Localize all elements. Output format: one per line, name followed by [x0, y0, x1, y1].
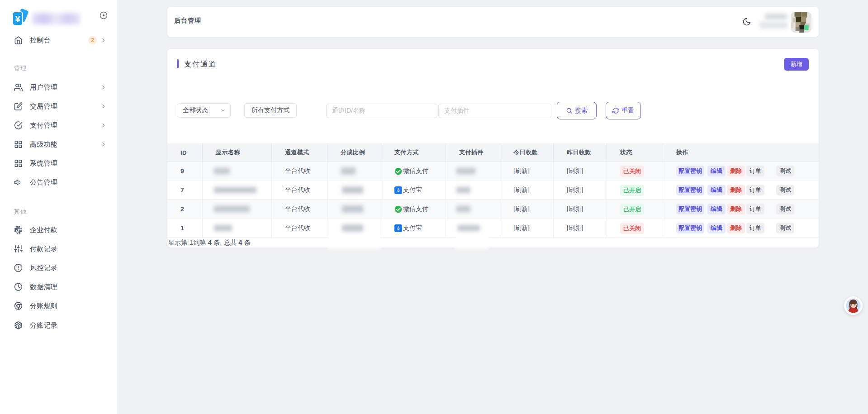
svg-text:支: 支 [396, 225, 401, 231]
svg-text:¥: ¥ [15, 14, 20, 24]
svg-text:支: 支 [396, 187, 401, 193]
